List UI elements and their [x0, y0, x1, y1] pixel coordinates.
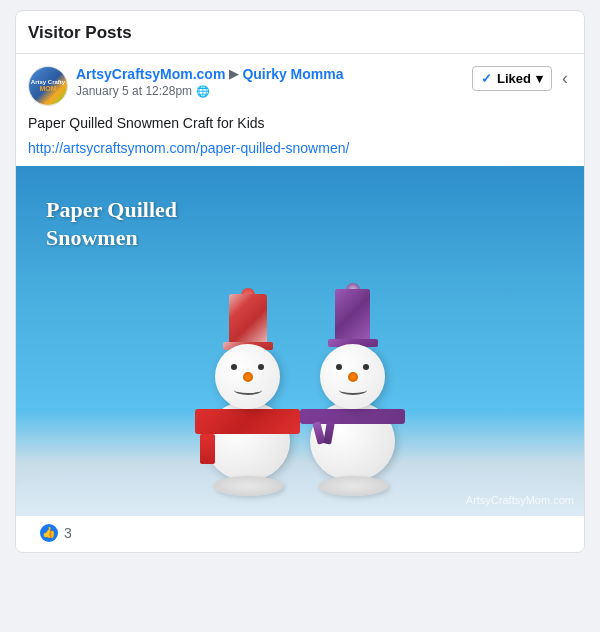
snowman-body-left — [205, 401, 290, 481]
hat-left — [223, 294, 273, 349]
section-title: Visitor Posts — [16, 23, 584, 53]
post-meta: ArtsyCraftsyMom.com ▶ Quirky Momma Janua… — [76, 66, 344, 98]
page-container: Visitor Posts Artsy Crafty MOM ArtsyCraf… — [15, 10, 585, 553]
nose-right — [348, 372, 358, 382]
avatar[interactable]: Artsy Crafty MOM — [28, 66, 68, 106]
eye-right-r — [363, 364, 369, 370]
expand-icon: ‹ — [562, 68, 568, 88]
post-link[interactable]: http://artsycraftsymom.com/paper-quilled… — [28, 140, 572, 156]
scarf-left — [195, 409, 300, 434]
eye-right-left — [258, 364, 264, 370]
scarf-tail-left — [200, 434, 215, 464]
post-card: Artsy Crafty MOM ArtsyCraftsyMom.com ▶ Q… — [16, 53, 584, 552]
nose-left — [243, 372, 253, 382]
post-header-right: ✓ Liked ▾ ‹ — [472, 66, 572, 91]
liked-dropdown-icon: ▾ — [536, 71, 543, 86]
avatar-line2: MOM — [39, 85, 56, 93]
expand-button[interactable]: ‹ — [558, 66, 572, 91]
post-image: Paper Quilled Snowmen — [16, 166, 584, 516]
eye-left — [231, 364, 237, 370]
post-header-left: Artsy Crafty MOM ArtsyCraftsyMom.com ▶ Q… — [28, 66, 344, 106]
globe-icon: 🌐 — [196, 85, 210, 98]
timestamp-text: January 5 at 12:28pm — [76, 84, 192, 98]
author-name-link[interactable]: ArtsyCraftsyMom.com — [76, 66, 225, 82]
snowman-head-left — [215, 344, 280, 409]
scarf-v2 — [323, 421, 335, 444]
scene-title-line1: Paper Quilled — [46, 197, 177, 222]
post-author-line: ArtsyCraftsyMom.com ▶ Quirky Momma — [76, 66, 344, 82]
avatar-line1: Artsy Crafty — [31, 79, 65, 86]
smile-left — [234, 385, 262, 395]
post-timestamp: January 5 at 12:28pm 🌐 — [76, 84, 344, 98]
scarf-v1 — [312, 421, 325, 444]
scarf-right — [300, 409, 405, 424]
liked-label: Liked — [497, 71, 531, 86]
snowman-scene: Paper Quilled Snowmen — [16, 166, 584, 516]
liked-check-icon: ✓ — [481, 71, 492, 86]
post-header: Artsy Crafty MOM ArtsyCraftsyMom.com ▶ Q… — [28, 66, 572, 106]
hat-body-left — [229, 294, 267, 342]
snowman-body-right — [310, 401, 395, 481]
smile-right — [339, 385, 367, 395]
snowman-right — [310, 289, 395, 496]
image-watermark: ArtsyCraftsyMom.com — [466, 494, 574, 506]
like-icon: 👍 — [40, 524, 58, 542]
arrow-icon: ▶ — [229, 67, 238, 81]
post-footer: 👍 3 — [28, 516, 572, 552]
snowman-head-right — [320, 344, 385, 409]
hat-body-right — [335, 289, 370, 339]
eye-left-r — [336, 364, 342, 370]
scene-title-line2: Snowmen — [46, 225, 138, 250]
snowman-base-left — [213, 476, 283, 496]
page-name-link[interactable]: Quirky Momma — [242, 66, 343, 82]
scene-title: Paper Quilled Snowmen — [46, 196, 177, 253]
post-text: Paper Quilled Snowmen Craft for Kids — [28, 114, 572, 134]
snowmen-group — [205, 289, 395, 516]
hat-right — [328, 289, 378, 349]
liked-button[interactable]: ✓ Liked ▾ — [472, 66, 552, 91]
like-count: 3 — [64, 525, 72, 541]
snowman-base-right — [318, 476, 388, 496]
snowman-left — [205, 294, 290, 496]
